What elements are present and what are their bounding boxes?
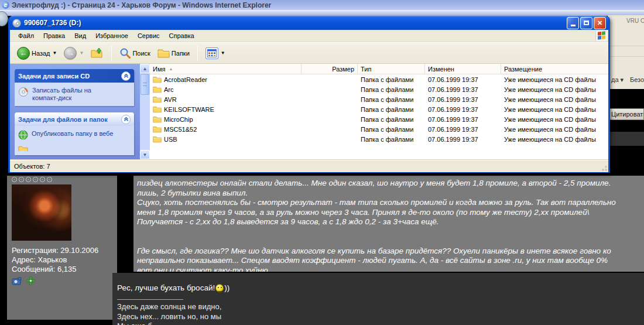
flower-status-icon[interactable] (26, 276, 35, 285)
reputation-star-icon (19, 177, 24, 182)
explorer-titlebar[interactable]: 990607_1736 (D:) ✕ (10, 16, 608, 30)
file-tasks-title: Задачи для файлов и папок (18, 116, 108, 123)
file-location: Уже имеющиеся на CD файлы (501, 96, 608, 103)
post-text-line: меня 1,8 промиля через 9 часов, а за рул… (137, 208, 644, 218)
file-row[interactable]: ArcПапка с файлами07.06.1999 19:37Уже им… (150, 84, 608, 94)
file-location: Уже имеющиеся на CD файлы (501, 116, 608, 123)
menu-item-5[interactable]: Справка (165, 31, 199, 40)
burn-cd-task[interactable]: Записать файлы на компакт-диск (18, 87, 131, 102)
post-text-line: Получается - с 2,хх до 1,8 выведется за … (137, 217, 644, 227)
search-button[interactable]: Поиск (117, 46, 152, 60)
publish-folder-link[interactable]: Опубликовать папку в вебе (32, 130, 113, 138)
file-row[interactable]: KEILSOFTWAREПапка с файлами07.06.1999 19… (150, 104, 608, 114)
file-type: Папка с файлами (358, 116, 425, 123)
cd-drive-icon (12, 19, 21, 28)
ie-window-title: Электрофлуд :) - Страница 24 - Харьков Ф… (12, 1, 271, 9)
search-icon (119, 47, 131, 59)
ie-customizer-text: VRU Customi (626, 18, 644, 24)
publish-folder-task[interactable]: Опубликовать папку в вебе (18, 130, 131, 140)
folders-button[interactable]: Папки (155, 47, 192, 59)
cd-tasks-header[interactable]: Задачи для записи CD (15, 69, 134, 83)
column-header-size[interactable]: Размер (302, 64, 358, 74)
folder-up-icon (91, 47, 104, 59)
user-address: Адрес: Харьков (12, 255, 98, 265)
file-row[interactable]: AVRПапка с файлами07.06.1999 19:37Уже им… (150, 94, 608, 104)
signature-block: Здесь даже солнца не видно,Здесь нех... … (117, 302, 644, 325)
file-name: MSC51&52 (164, 126, 197, 133)
file-name: MicroChip (164, 116, 193, 123)
maximize-button[interactable] (580, 17, 592, 29)
file-row[interactable]: USBПапка с файлами07.06.1999 19:37Уже им… (150, 134, 608, 144)
column-header-location[interactable]: Размещение (501, 64, 608, 74)
ie-commandbar-item[interactable]: Безоп (630, 76, 644, 83)
explorer-toolbar: ← Назад ▼ → ▼ Поиск Пап (10, 42, 608, 64)
windows-logo-icon (598, 31, 606, 40)
column-header-type[interactable]: Тип (358, 64, 425, 74)
file-tasks-header[interactable]: Задачи для файлов и папок (15, 112, 134, 126)
user-post-count: Сообщений: 6,135 (12, 265, 98, 274)
file-row[interactable]: MicroChipПапка с файлами07.06.1999 19:37… (150, 114, 608, 124)
back-dropdown-icon[interactable]: ▼ (53, 50, 57, 56)
reputation-star-icon (33, 177, 38, 182)
close-button[interactable]: ✕ (594, 17, 606, 29)
file-name: USB (164, 136, 177, 143)
views-dropdown-icon[interactable]: ▼ (221, 50, 225, 56)
views-icon (205, 47, 218, 59)
back-arrow-icon: ← (17, 47, 30, 60)
minimize-button[interactable] (567, 17, 579, 29)
signature-line: Мы еще б... (117, 321, 644, 325)
file-tasks-panel: Задачи для файлов и папок Опубликовать п… (15, 112, 134, 155)
icq-status-icon[interactable] (12, 277, 22, 285)
forward-dropdown-icon[interactable]: ▼ (79, 50, 84, 56)
menu-item-3[interactable]: Избранное (91, 31, 133, 40)
forward-button[interactable]: → ▼ (61, 46, 86, 61)
signature-line: Здесь нех... ловить но, но мы (117, 312, 644, 322)
scroll-down-button[interactable]: ▼ (140, 150, 150, 159)
burn-cd-link[interactable]: Записать файлы на компакт-диск (32, 87, 91, 102)
file-row[interactable]: MSC51&52Папка с файлами07.06.1999 19:37У… (150, 124, 608, 134)
collapse-chevron-icon[interactable] (121, 115, 131, 124)
search-label: Поиск (132, 50, 150, 57)
smiley-icon (215, 284, 224, 292)
file-location: Уже имеющиеся на CD файлы (501, 86, 608, 93)
ie-chrome-strip (0, 10, 644, 16)
avatar (12, 184, 71, 241)
column-header-name[interactable]: Имя▲ (150, 64, 302, 74)
status-object-count: Объектов: 7 (14, 163, 50, 170)
reply-text-suffix: )) (224, 283, 229, 292)
ie-commandbar-item[interactable]: да ▾ (611, 76, 624, 84)
file-location: Уже имеющиеся на CD файлы (501, 106, 608, 113)
collapse-chevron-icon[interactable] (121, 71, 131, 81)
post-text-line: Сцуко, хоть постеснялись бы - смотрю рез… (137, 198, 644, 208)
file-type: Папка с файлами (358, 136, 425, 143)
globe-icon (18, 130, 28, 140)
quote-button[interactable]: Цитировать (608, 108, 644, 120)
forward-arrow-icon: → (64, 47, 77, 60)
scrollbar-thumb[interactable] (141, 74, 149, 95)
back-label: Назад (32, 50, 50, 57)
file-modified: 07.06.1999 19:37 (425, 136, 501, 143)
menu-item-4[interactable]: Сервис (133, 31, 165, 40)
file-row[interactable]: AcrobatReaderПапка с файлами07.06.1999 1… (150, 74, 608, 84)
file-location: Уже имеющиеся на CD файлы (501, 136, 608, 143)
internet-explorer-icon: e (2, 1, 9, 9)
file-modified: 07.06.1999 19:37 (425, 126, 501, 133)
resize-grip[interactable] (600, 164, 608, 172)
file-type: Папка с файлами (358, 106, 425, 113)
up-button[interactable] (88, 46, 106, 60)
views-button[interactable]: ▼ (203, 46, 228, 60)
back-button[interactable]: ← Назад ▼ (15, 46, 59, 61)
clipped-task-item[interactable] (18, 145, 131, 151)
task-pane-scrollbar[interactable]: ▲ ▼ (140, 64, 150, 159)
file-name: Arc (164, 86, 174, 93)
folder-icon (153, 135, 162, 143)
menu-item-2[interactable]: Вид (70, 31, 91, 40)
sort-asc-icon: ▲ (169, 67, 173, 71)
scroll-up-button[interactable]: ▲ (140, 64, 150, 73)
menu-item-1[interactable]: Правка (39, 31, 70, 40)
forum-post-body: пиздец алкотестеры онлайн стали делать..… (133, 176, 644, 272)
file-type: Папка с файлами (358, 126, 425, 133)
file-type: Папка с файлами (358, 86, 425, 93)
column-header-modified[interactable]: Изменен (425, 64, 501, 74)
menu-item-0[interactable]: Файл (13, 31, 39, 40)
